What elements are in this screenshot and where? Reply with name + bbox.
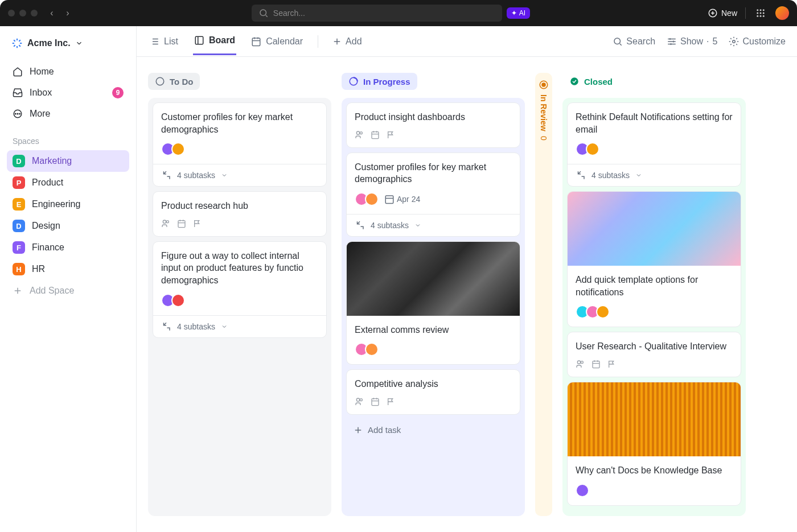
new-button[interactable]: New bbox=[708, 8, 737, 18]
nav-more[interactable]: More bbox=[7, 104, 129, 124]
search-icon bbox=[613, 36, 623, 47]
task-card[interactable]: Product research hub bbox=[153, 191, 327, 237]
task-title: Figure out a way to collect internal inp… bbox=[161, 250, 318, 287]
flag-icon bbox=[607, 360, 617, 369]
customize-button[interactable]: Customize bbox=[729, 36, 786, 47]
status-icon bbox=[569, 76, 580, 86]
svg-rect-15 bbox=[195, 36, 203, 44]
space-item-engineering[interactable]: EEngineering bbox=[7, 193, 129, 215]
card-image bbox=[568, 192, 741, 266]
column-header[interactable]: In Progress bbox=[342, 73, 417, 90]
task-card[interactable]: External comms review bbox=[346, 241, 520, 365]
svg-point-21 bbox=[166, 220, 169, 222]
home-icon bbox=[13, 67, 23, 77]
more-icon bbox=[13, 109, 23, 119]
back-button[interactable]: ‹ bbox=[46, 7, 58, 19]
flag-icon bbox=[387, 397, 396, 406]
svg-point-9 bbox=[760, 15, 762, 17]
task-title: Competitive analysis bbox=[355, 378, 512, 390]
plus-circle-icon bbox=[708, 8, 718, 18]
assignee-icon bbox=[161, 219, 170, 228]
assignee-avatars bbox=[355, 192, 379, 206]
task-title: Product research hub bbox=[161, 200, 318, 212]
add-task-button[interactable]: Add task bbox=[346, 419, 520, 441]
inbox-icon bbox=[13, 88, 23, 98]
space-item-marketing[interactable]: DMarketing bbox=[7, 150, 129, 172]
space-label: Product bbox=[32, 178, 63, 188]
nav-home[interactable]: Home bbox=[7, 61, 129, 82]
assignee-avatars bbox=[576, 142, 599, 156]
card-image bbox=[347, 242, 520, 316]
subtask-icon bbox=[576, 170, 586, 180]
view-list[interactable]: List bbox=[148, 28, 179, 55]
show-button[interactable]: Show · 5 bbox=[667, 36, 717, 47]
assignee-icon bbox=[355, 397, 364, 406]
date-icon bbox=[371, 130, 380, 139]
task-card[interactable]: Product insight dashboards bbox=[346, 102, 520, 148]
column-inreview-collapsed[interactable]: In Review 0 bbox=[535, 73, 552, 516]
view-board[interactable]: Board bbox=[193, 27, 236, 55]
view-calendar[interactable]: Calendar bbox=[250, 28, 304, 55]
space-label: Marketing bbox=[32, 156, 72, 166]
space-item-product[interactable]: PProduct bbox=[7, 172, 129, 193]
svg-rect-30 bbox=[372, 399, 379, 406]
task-title: Customer profiles for key market demogra… bbox=[355, 161, 512, 185]
task-card[interactable]: Customer profiles for key market demogra… bbox=[153, 102, 327, 187]
task-card[interactable]: User Research - Qualitative Interview bbox=[567, 332, 741, 377]
add-space-button[interactable]: Add Space bbox=[7, 280, 129, 302]
svg-point-7 bbox=[763, 13, 765, 14]
calendar-icon bbox=[384, 194, 395, 204]
date-icon bbox=[371, 397, 380, 406]
workspace-switcher[interactable]: Acme Inc. bbox=[7, 34, 129, 52]
svg-point-35 bbox=[581, 361, 583, 364]
task-title: Why can't Docs be Knowledge Base bbox=[576, 464, 733, 477]
svg-point-18 bbox=[733, 40, 736, 43]
user-avatar[interactable] bbox=[775, 6, 789, 20]
space-item-finance[interactable]: FFinance bbox=[7, 237, 129, 258]
task-card[interactable]: Why can't Docs be Knowledge Base bbox=[567, 382, 741, 506]
space-item-design[interactable]: DDesign bbox=[7, 215, 129, 237]
due-date: Apr 24 bbox=[384, 194, 420, 204]
forward-button[interactable]: › bbox=[61, 7, 74, 19]
assignee-avatars bbox=[576, 305, 610, 319]
task-card[interactable]: Figure out a way to collect internal inp… bbox=[153, 241, 327, 338]
apps-button[interactable] bbox=[754, 6, 767, 20]
column-header[interactable]: Closed bbox=[562, 73, 619, 90]
card-subtasks[interactable]: 4 subtasks bbox=[568, 164, 741, 186]
task-card[interactable]: Add quick template options for notificat… bbox=[567, 191, 741, 327]
date-icon bbox=[177, 219, 186, 228]
task-title: Customer profiles for key market demogra… bbox=[161, 111, 318, 135]
plus-icon bbox=[332, 36, 342, 47]
space-icon: P bbox=[13, 176, 25, 189]
board-icon bbox=[194, 35, 204, 46]
svg-rect-27 bbox=[385, 196, 393, 204]
task-card[interactable]: Customer profiles for key market demogra… bbox=[346, 152, 520, 237]
space-label: Engineering bbox=[32, 199, 80, 209]
add-view-button[interactable]: Add bbox=[332, 36, 361, 47]
calendar-icon bbox=[251, 36, 261, 47]
card-subtasks[interactable]: 4 subtasks bbox=[153, 164, 326, 186]
card-subtasks[interactable]: 4 subtasks bbox=[347, 214, 520, 236]
search-icon bbox=[258, 8, 269, 18]
assignee-avatars bbox=[161, 294, 185, 307]
inbox-badge: 9 bbox=[112, 87, 124, 98]
assignee-avatars bbox=[355, 343, 379, 356]
ai-button[interactable]: ✦ AI bbox=[507, 7, 530, 19]
svg-rect-26 bbox=[372, 131, 379, 138]
chevron-down-icon bbox=[635, 172, 642, 179]
space-item-hr[interactable]: HHR bbox=[7, 258, 129, 280]
column-header[interactable]: To Do bbox=[148, 73, 200, 90]
card-subtasks[interactable]: 4 subtasks bbox=[153, 315, 326, 337]
nav-inbox[interactable]: Inbox 9 bbox=[7, 82, 129, 104]
search-input[interactable]: Search... bbox=[252, 5, 502, 22]
space-icon: D bbox=[13, 155, 25, 167]
task-card[interactable]: Competitive analysis bbox=[346, 369, 520, 415]
plus-icon bbox=[13, 286, 23, 296]
task-card[interactable]: Rethink Default Notifications setting fo… bbox=[567, 102, 741, 187]
svg-point-20 bbox=[163, 220, 166, 223]
space-icon: F bbox=[13, 241, 25, 254]
search-button[interactable]: Search bbox=[613, 36, 655, 47]
sliders-icon bbox=[667, 36, 677, 47]
svg-rect-16 bbox=[252, 38, 260, 46]
svg-point-14 bbox=[19, 113, 20, 114]
